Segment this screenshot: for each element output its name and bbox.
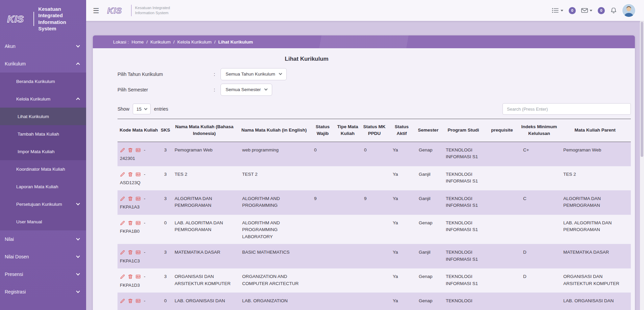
edit-icon[interactable] [120,250,125,255]
scrollbar-thumb[interactable] [641,22,643,157]
course-code: FKPA1A3 [120,204,157,211]
user-avatar[interactable] [622,4,635,17]
sidebar-item-impor-mata-kuliah[interactable]: Impor Mata Kuliah [0,143,86,160]
status-mk-ppdu [360,293,389,310]
status-aktif: Ya [389,269,415,293]
sidebar-item-label: Tambah Mata Kuliah [18,132,59,137]
column-header-sks[interactable]: SKS [160,119,171,142]
sidebar-item-nilai[interactable]: Nilai [0,230,86,248]
column-header-tipe-mata-kuliah[interactable]: Tipe Mata Kuliah [335,119,360,142]
breadcrumb-home[interactable]: Home [132,39,144,45]
detail-icon[interactable] [135,250,141,255]
search-input[interactable] [503,103,631,115]
chevron-down-icon [76,201,80,205]
hamburger-menu-icon[interactable]: ☰ [93,7,99,14]
sidebar-item-koordinator-mata-kuliah[interactable]: Koordinator Mata Kuliah [0,160,86,178]
detail-icon[interactable] [135,172,141,177]
edit-icon[interactable] [120,220,125,226]
sidebar-item-beranda-kurikulum[interactable]: Beranda Kurikulum [0,73,86,90]
delete-icon[interactable] [128,196,133,201]
breadcrumb-kurikulum[interactable]: Kurikulum [150,39,171,45]
form-section: Lihat Kurikulum Pilih Tahun Kurikulum : … [118,48,496,96]
detail-icon[interactable] [135,196,141,201]
indeks-minimum-kelulusan [519,293,559,310]
breadcrumb-kelola-kurikulum[interactable]: Kelola Kurikulum [177,39,211,45]
course-name-id: ALGORITMA DAN PEMROGRAMAN [171,190,238,215]
delete-icon[interactable] [128,274,133,279]
course-name-id: TES 2 [171,166,238,190]
page-size-group: Show 15 entries [118,104,168,114]
sidebar-item-kurikulum[interactable]: Kurikulum [0,55,86,73]
tahun-kurikulum-select[interactable]: Semua Tahun Kurikulum [221,68,287,80]
edit-icon[interactable] [120,196,125,201]
tasks-menu-button[interactable] [552,7,563,13]
delete-icon[interactable] [128,220,133,226]
delete-icon[interactable] [128,250,133,255]
course-name-id: Pemograman Web [171,142,238,166]
indeks-minimum-kelulusan: C+ [519,142,559,166]
envelope-icon [581,8,588,13]
column-header-indeks-minimum-kelulusan[interactable]: Indeks Minimum Kelulusan [519,119,559,142]
column-header-semester[interactable]: Semester [415,119,442,142]
column-header-mata-kuliah-parent[interactable]: Mata Kuliah Parent [559,119,631,142]
semester: Genap [415,142,442,166]
detail-icon[interactable] [135,147,141,153]
prequisite [485,190,519,215]
sidebar-item-label: Registrasi [5,289,26,294]
status-wajib: 9 [310,190,335,215]
sidebar-item-laporan-mata-kuliah[interactable]: Laporan Mata Kuliah [0,178,86,195]
detail-icon[interactable] [135,298,141,304]
sidebar: KIS Kesatuan Integrated Information Syst… [0,0,86,310]
breadcrumb-separator: / [214,39,215,45]
sidebar-item-kelola-kurikulum[interactable]: Kelola Kurikulum [0,90,86,108]
column-header-kode-mata-kuliah[interactable]: Kode Mata Kuliah [118,119,160,142]
semester-select[interactable]: Semua Semester [221,84,272,96]
brand-name-line2: Information System [135,10,170,16]
column-header-status-mk-ppdu[interactable]: Status MK PPDU [360,119,389,142]
status-mk-ppdu [360,215,389,244]
detail-icon[interactable] [135,220,141,226]
sidebar-item-registrasi[interactable]: Registrasi [0,283,86,301]
course-sks: 3 [160,269,171,293]
indeks-minimum-kelulusan [519,215,559,244]
sidebar-item-user-manual[interactable]: User Manual [0,213,86,230]
column-header-nama-mata-kuliah-in-english[interactable]: Nama Mata Kuliah (in English) [238,119,310,142]
sidebar-item-lihat-kurikulum[interactable]: Lihat Kurikulum [0,108,86,125]
sidebar-item-tambah-mata-kuliah[interactable]: Tambah Mata Kuliah [0,125,86,143]
edit-icon[interactable] [120,298,125,304]
messages-menu-button[interactable] [581,8,592,13]
course-sks: 0 [160,293,171,310]
breadcrumb-prefix: Lokasi : [113,39,129,45]
chevron-down-icon [76,272,80,275]
status-wajib: 0 [310,142,335,166]
delete-icon[interactable] [128,172,133,177]
column-header-status-aktif[interactable]: Status Aktif [389,119,415,142]
sidebar-item-nilai-dosen[interactable]: Nilai Dosen [0,248,86,265]
edit-icon[interactable] [120,274,125,279]
column-header-program-studi[interactable]: Program Studi [442,119,485,142]
scrollbar-track[interactable] [640,21,644,310]
sidebar-item-akun[interactable]: Akun [0,37,86,55]
page-size-select[interactable]: 15 [133,104,151,114]
brand-divider [131,5,132,16]
delete-icon[interactable] [128,298,133,304]
program-studi: TEKNOLOGI [442,293,485,310]
status-mk-ppdu [360,166,389,190]
edit-icon[interactable] [120,172,125,177]
column-header-prequisite[interactable]: prequisite [485,119,519,142]
column-header-nama-mata-kuliah-bahasa-indonesia[interactable]: Nama Mata Kuliah (Bahasa Indonesia) [171,119,238,142]
row-actions-code-cell: - FKPA1D3 [118,269,160,293]
column-header-status-wajib[interactable]: Status Wajib [310,119,335,142]
tipe-mata-kuliah [335,142,360,166]
prequisite [485,293,519,310]
sidebar-item-label: Presensi [5,272,23,277]
notifications-button[interactable] [610,7,617,14]
sidebar-item-presensi[interactable]: Presensi [0,265,86,283]
chevron-down-icon [76,236,80,240]
delete-icon[interactable] [128,147,133,153]
tasks-count-badge: 0 [569,7,576,14]
sidebar-item-persetujuan-kurikulum[interactable]: Persetujuan Kurikulum [0,195,86,213]
detail-icon[interactable] [135,274,141,279]
edit-icon[interactable] [120,147,125,153]
course-sks: 3 [160,166,171,190]
